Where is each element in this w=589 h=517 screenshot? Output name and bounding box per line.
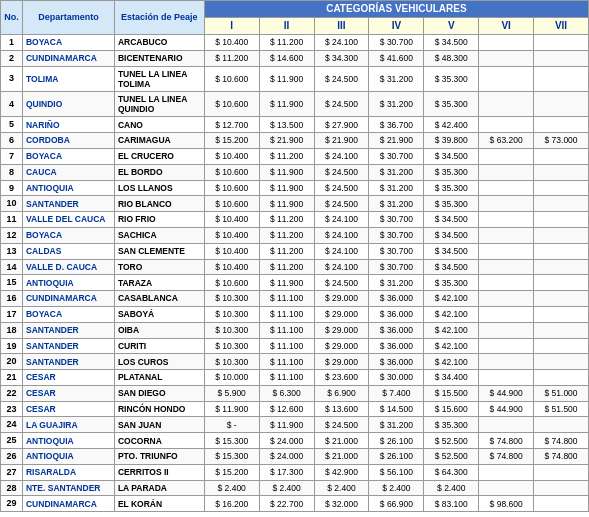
row-cat-I: $ 10.600 [204,275,259,291]
row-cat-III: $ 29.000 [314,322,369,338]
row-cat-III: $ 13.600 [314,401,369,417]
row-no: 16 [1,291,23,307]
row-cat-VII: $ 74.800 [534,433,589,449]
row-estacion: SABOYÁ [114,306,204,322]
row-cat-II: $ 11.200 [259,227,314,243]
row-departamento: CORDOBA [22,133,114,149]
row-cat-VI [479,164,534,180]
row-cat-VI [479,212,534,228]
row-cat-VI [479,322,534,338]
row-cat-I: $ - [204,417,259,433]
row-cat-I: $ 5.900 [204,385,259,401]
row-cat-VI [479,480,534,496]
row-departamento: BOYACA [22,35,114,51]
table-row: 12 BOYACA SACHICA $ 10.400$ 11.200$ 24.1… [1,227,589,243]
row-cat-I: $ 11.900 [204,401,259,417]
row-departamento: SANTANDER [22,322,114,338]
cat-IV-header: IV [369,18,424,35]
table-row: 14 VALLE D. CAUCA TORO $ 10.400$ 11.200$… [1,259,589,275]
row-cat-II: $ 17.300 [259,464,314,480]
row-cat-III: $ 2.400 [314,480,369,496]
row-cat-V: $ 64.300 [424,464,479,480]
row-no: 13 [1,243,23,259]
row-no: 7 [1,148,23,164]
row-estacion: OIBA [114,322,204,338]
row-cat-I: $ 10.300 [204,291,259,307]
row-cat-I: $ 10.400 [204,259,259,275]
table-row: 18 SANTANDER OIBA $ 10.300$ 11.100$ 29.0… [1,322,589,338]
row-cat-II: $ 11.200 [259,243,314,259]
row-cat-VI [479,417,534,433]
row-cat-V: $ 35.300 [424,180,479,196]
row-cat-III: $ 21.000 [314,433,369,449]
table-row: 6 CORDOBA CARIMAGUA $ 15.200$ 21.900$ 21… [1,133,589,149]
table-row: 13 CALDAS SAN CLEMENTE $ 10.400$ 11.200$… [1,243,589,259]
cat-III-header: III [314,18,369,35]
row-cat-VII [534,464,589,480]
row-cat-VII [534,50,589,66]
row-cat-II: $ 11.200 [259,259,314,275]
row-cat-VI: $ 74.800 [479,433,534,449]
row-cat-IV: $ 31.200 [369,275,424,291]
row-cat-IV: $ 30.000 [369,370,424,386]
departamento-header: Departamento [22,1,114,35]
table-row: 9 ANTIOQUIA LOS LLANOS $ 10.600$ 11.900$… [1,180,589,196]
row-cat-II: $ 11.200 [259,148,314,164]
cat-VI-header: VI [479,18,534,35]
row-no: 1 [1,35,23,51]
row-cat-V: $ 39.800 [424,133,479,149]
row-cat-V: $ 35.300 [424,275,479,291]
row-cat-V: $ 35.300 [424,164,479,180]
row-cat-VI: $ 44.900 [479,385,534,401]
row-cat-VII [534,480,589,496]
row-estacion: SAN CLEMENTE [114,243,204,259]
toll-rates-table: No. Departamento Estación de Peaje CATEG… [0,0,589,512]
row-cat-IV: $ 7.400 [369,385,424,401]
table-row: 15 ANTIOQUIA TARAZA $ 10.600$ 11.900$ 24… [1,275,589,291]
row-estacion: ARCABUCO [114,35,204,51]
row-cat-IV: $ 30.700 [369,148,424,164]
row-cat-III: $ 23.600 [314,370,369,386]
row-departamento: CALDAS [22,243,114,259]
row-cat-III: $ 29.000 [314,338,369,354]
row-estacion: PTO. TRIUNFO [114,449,204,465]
row-cat-V: $ 35.300 [424,417,479,433]
row-cat-V: $ 42.100 [424,338,479,354]
row-cat-III: $ 24.100 [314,227,369,243]
row-departamento: ANTIOQUIA [22,449,114,465]
row-cat-I: $ 10.000 [204,370,259,386]
row-estacion: RINCÓN HONDO [114,401,204,417]
row-departamento: NTE. SANTANDER [22,480,114,496]
row-departamento: CUNDINAMARCA [22,291,114,307]
row-cat-VI [479,227,534,243]
row-cat-I: $ 10.600 [204,91,259,116]
row-cat-I: $ 2.400 [204,480,259,496]
row-no: 18 [1,322,23,338]
table-row: 26 ANTIOQUIA PTO. TRIUNFO $ 15.300$ 24.0… [1,449,589,465]
row-no: 25 [1,433,23,449]
row-cat-VII [534,275,589,291]
row-cat-II: $ 11.100 [259,322,314,338]
row-cat-IV: $ 36.700 [369,117,424,133]
row-cat-V: $ 42.100 [424,354,479,370]
row-departamento: TOLIMA [22,66,114,91]
row-cat-II: $ 13.500 [259,117,314,133]
row-cat-III: $ 29.000 [314,291,369,307]
row-estacion: TUNEL LA LINEA QUINDIO [114,91,204,116]
row-cat-VII [534,306,589,322]
row-cat-IV: $ 30.700 [369,259,424,275]
row-estacion: CURITI [114,338,204,354]
row-cat-IV: $ 14.500 [369,401,424,417]
row-cat-VII [534,91,589,116]
row-cat-IV: $ 31.200 [369,417,424,433]
row-cat-II: $ 11.100 [259,370,314,386]
row-departamento: CESAR [22,401,114,417]
row-cat-VI [479,291,534,307]
row-cat-V: $ 42.100 [424,291,479,307]
row-no: 23 [1,401,23,417]
table-row: 20 SANTANDER LOS CUROS $ 10.300$ 11.100$… [1,354,589,370]
row-cat-III: $ 32.000 [314,496,369,512]
row-estacion: RIO BLANCO [114,196,204,212]
row-departamento: SANTANDER [22,338,114,354]
row-no: 24 [1,417,23,433]
